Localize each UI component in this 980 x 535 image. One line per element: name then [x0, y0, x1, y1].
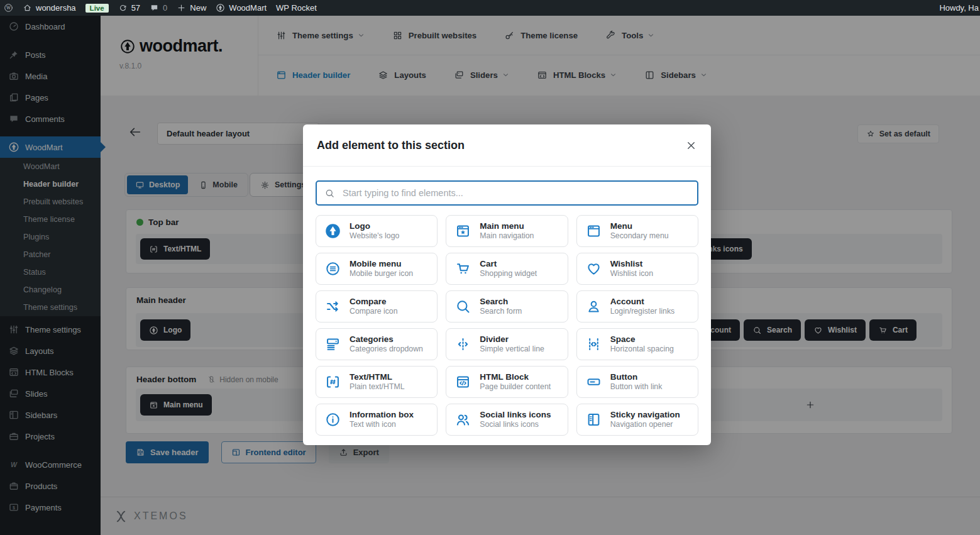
- logo-filled-icon: [324, 223, 341, 240]
- element-card[interactable]: Search Search form: [446, 290, 568, 323]
- updates-menu[interactable]: 57: [118, 3, 140, 13]
- element-card[interactable]: Information box Text with icon: [316, 404, 438, 436]
- howdy-menu[interactable]: Howdy, Ha: [939, 3, 979, 13]
- categories-icon: [324, 336, 341, 353]
- site-name-menu[interactable]: wondersha: [23, 3, 76, 13]
- element-card[interactable]: Wishlist Wishlist icon: [576, 253, 698, 285]
- html-block-icon: [454, 373, 471, 390]
- button-icon: [585, 373, 602, 390]
- sticky-nav-icon: [585, 411, 602, 428]
- wp-rocket-menu[interactable]: WP Rocket: [276, 3, 317, 13]
- element-card[interactable]: Main menu Main navigation: [446, 215, 568, 247]
- add-element-modal: Add element to this section Logo Website…: [303, 124, 711, 445]
- element-card[interactable]: HTML Block Page builder content: [446, 366, 568, 398]
- element-card[interactable]: Space Horizontal spacing: [576, 328, 698, 360]
- element-card[interactable]: Mobile menu Mobile burger icon: [316, 253, 438, 285]
- woodmart-adminbar-menu[interactable]: WoodMart: [216, 3, 267, 13]
- divider-icon: [454, 336, 471, 353]
- comments-count: 0: [163, 3, 167, 13]
- element-card[interactable]: Compare Compare icon: [316, 290, 438, 323]
- plus-icon: [177, 3, 186, 13]
- element-card[interactable]: Social links icons Social links icons: [446, 404, 568, 436]
- element-card[interactable]: Divider Simple vertical line: [446, 328, 568, 360]
- text-html-icon: [324, 373, 341, 390]
- element-card[interactable]: Text/HTML Plain text/HTML: [316, 366, 438, 398]
- social-links-icon: [454, 411, 471, 428]
- new-menu[interactable]: New: [177, 3, 206, 13]
- compare-icon: [324, 298, 341, 315]
- info-icon: [324, 411, 341, 428]
- close-icon[interactable]: [685, 140, 697, 152]
- element-card[interactable]: Account Login/register links: [576, 290, 698, 323]
- svg-text:W: W: [6, 5, 11, 11]
- comments-menu[interactable]: 0: [150, 3, 167, 13]
- modal-title: Add element to this section: [317, 139, 465, 152]
- element-card[interactable]: Cart Shopping widget: [446, 253, 568, 285]
- wp-admin-bar: W wondersha Live 57 0 New WoodMart: [0, 0, 980, 16]
- search-icon: [454, 298, 471, 315]
- updates-count: 57: [131, 3, 140, 13]
- element-card[interactable]: Sticky navigation Navigation opener: [576, 404, 698, 436]
- site-name: wondersha: [36, 3, 76, 13]
- element-card[interactable]: Button Button with link: [576, 366, 698, 398]
- element-card[interactable]: Logo Website's logo: [316, 215, 438, 247]
- comment-bubble-icon: [150, 3, 159, 13]
- wordpress-menu[interactable]: W: [4, 3, 13, 13]
- element-search-input[interactable]: [341, 187, 697, 199]
- element-card[interactable]: Menu Secondary menu: [576, 215, 698, 247]
- cart-icon: [454, 260, 471, 277]
- updates-icon: [118, 3, 128, 13]
- space-icon: [585, 336, 602, 353]
- mobile-menu-icon: [324, 260, 341, 277]
- element-search: [316, 180, 698, 206]
- menu-icon: [585, 223, 602, 240]
- element-grid: Logo Website's logo Main menu Main navig…: [316, 215, 698, 436]
- search-icon: [324, 188, 335, 199]
- home-icon: [23, 3, 32, 13]
- element-card[interactable]: Categories Categories dropdown: [316, 328, 438, 360]
- live-badge: Live: [85, 4, 109, 13]
- main-menu-icon: [454, 223, 471, 240]
- heart-icon: [585, 260, 602, 277]
- woodmart-logo-icon: [216, 3, 225, 13]
- account-icon: [585, 298, 602, 315]
- wordpress-logo-icon: W: [4, 3, 13, 13]
- header-builder-app: W wondersha Live 57 0 New WoodMart: [0, 0, 980, 535]
